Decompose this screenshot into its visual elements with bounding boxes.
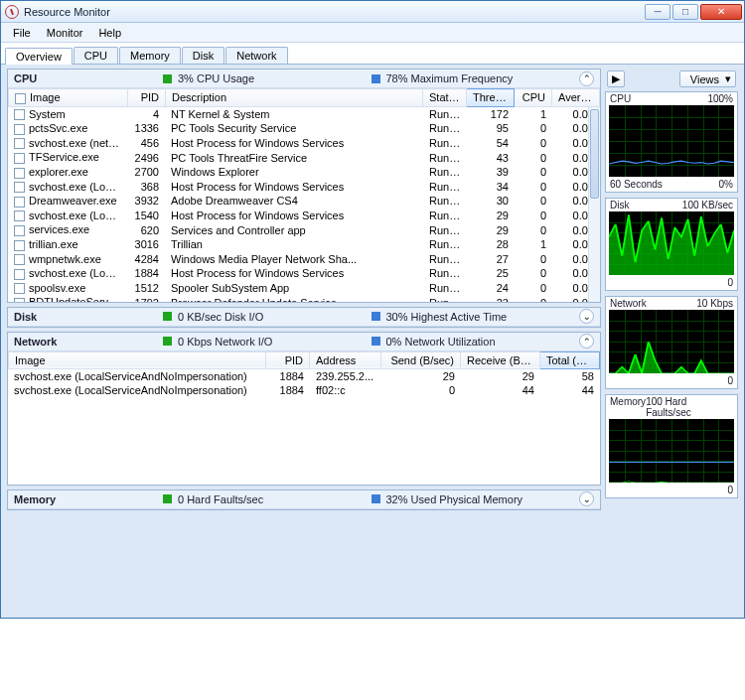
table-row[interactable]: BDTUpdateService.exe1792Browser Defender… — [8, 295, 600, 301]
menubar: File Monitor Help — [1, 23, 744, 43]
table-row[interactable]: explorer.exe2700Windows ExplorerRunni...… — [8, 165, 600, 180]
titlebar[interactable]: Resource Monitor ─ □ ✕ — [1, 1, 744, 23]
cpu-usage-icon — [163, 74, 172, 83]
chart-scale: 100% — [707, 93, 733, 104]
cpu-scrollbar[interactable] — [588, 107, 600, 302]
content-area: CPU 3% CPU Usage 78% Maximum Frequency ⌃… — [1, 65, 744, 618]
row-checkbox[interactable] — [14, 240, 25, 251]
row-checkbox[interactable] — [14, 298, 25, 302]
disk-panel-header[interactable]: Disk 0 KB/sec Disk I/O 30% Highest Activ… — [8, 308, 600, 327]
table-row[interactable]: System4NT Kernel & SystemRunni...17210.0… — [8, 107, 600, 122]
cpu-table-body: System4NT Kernel & SystemRunni...17210.0… — [8, 107, 600, 302]
table-row[interactable]: Dreamweaver.exe3932Adobe Dreamweaver CS4… — [8, 194, 600, 209]
tab-cpu[interactable]: CPU — [74, 47, 118, 64]
row-checkbox[interactable] — [14, 124, 25, 135]
col-status[interactable]: Status — [423, 89, 467, 107]
memory-panel-header[interactable]: Memory 0 Hard Faults/sec 32% Used Physic… — [8, 490, 600, 509]
col-pid[interactable]: PID — [128, 89, 166, 107]
col-cpu[interactable]: CPU — [515, 89, 552, 107]
table-row[interactable]: svchost.exe (LocalServiceAndNoImpersonat… — [8, 369, 600, 383]
table-row[interactable]: svchost.exe (netsvcs)456Host Process for… — [8, 136, 600, 151]
row-checkbox[interactable] — [14, 138, 25, 149]
chart-scale: 100 KB/sec — [682, 200, 733, 210]
window-frame: Resource Monitor ─ □ ✕ File Monitor Help… — [0, 0, 745, 619]
scrollbar-thumb[interactable] — [590, 109, 599, 199]
memory-used-icon — [372, 494, 380, 503]
row-checkbox[interactable] — [14, 283, 25, 294]
select-all-checkbox[interactable] — [15, 93, 26, 104]
chart-foot-right: 0 — [727, 375, 733, 386]
table-row[interactable]: svchost.exe (LocalServiceAn...1884Host P… — [8, 266, 600, 281]
table-row[interactable]: svchost.exe (LocalServiceAndNoImpersonat… — [8, 383, 600, 397]
cpu-table: Image PID Description Status Threads CPU… — [8, 88, 600, 107]
charts-container: CPU100% 60 Seconds0% Disk100 KB/sec 0 Ne… — [605, 91, 738, 498]
tab-network[interactable]: Network — [225, 47, 287, 64]
cpu-rows: System4NT Kernel & SystemRunni...17210.0… — [8, 107, 600, 302]
disk-chart: Disk100 KB/sec 0 — [605, 198, 738, 291]
cpu-panel-header[interactable]: CPU 3% CPU Usage 78% Maximum Frequency ⌃ — [8, 70, 600, 88]
row-checkbox[interactable] — [14, 168, 25, 179]
cpu-freq-icon — [372, 74, 380, 83]
hide-charts-button[interactable]: ▶ — [607, 70, 625, 87]
col-average[interactable]: Averag... — [552, 89, 600, 107]
row-checkbox[interactable] — [14, 109, 25, 120]
chart-area — [609, 419, 734, 483]
network-util-text: 0% Network Utilization — [386, 336, 496, 348]
table-row[interactable]: TFService.exe2496PC Tools ThreatFire Ser… — [8, 150, 600, 165]
disk-collapse-button[interactable]: ⌄ — [579, 309, 594, 324]
ncol-address[interactable]: Address — [310, 351, 381, 368]
chart-foot-right: 0% — [719, 179, 733, 190]
cpu-collapse-button[interactable]: ⌃ — [579, 71, 594, 86]
table-row[interactable]: pctsSvc.exe1336PC Tools Security Service… — [8, 121, 600, 136]
chart-area — [609, 310, 734, 373]
network-collapse-button[interactable]: ⌃ — [579, 334, 594, 349]
ncol-receive[interactable]: Receive (B/sec) — [461, 351, 540, 368]
close-button[interactable]: ✕ — [700, 4, 742, 20]
row-checkbox[interactable] — [14, 182, 25, 193]
ncol-image[interactable]: Image — [9, 351, 266, 368]
table-row[interactable]: services.exe620Services and Controller a… — [8, 222, 600, 237]
col-description[interactable]: Description — [166, 89, 423, 107]
ncol-send[interactable]: Send (B/sec) — [381, 351, 461, 368]
col-image[interactable]: Image — [9, 89, 128, 107]
network-io-icon — [163, 337, 172, 346]
row-checkbox[interactable] — [14, 225, 25, 236]
chart-area — [609, 211, 734, 275]
memory-used-text: 32% Used Physical Memory — [386, 493, 523, 505]
network-rows: svchost.exe (LocalServiceAndNoImpersonat… — [8, 369, 600, 397]
tab-memory[interactable]: Memory — [119, 47, 181, 64]
table-row[interactable]: svchost.exe (LocalServiceNo...1540Host P… — [8, 209, 600, 223]
menu-monitor[interactable]: Monitor — [39, 25, 91, 41]
row-checkbox[interactable] — [14, 269, 25, 280]
chevron-down-icon: ▾ — [725, 72, 731, 85]
row-checkbox[interactable] — [14, 254, 25, 265]
network-panel: Network 0 Kbps Network I/O 0% Network Ut… — [7, 332, 601, 486]
menu-file[interactable]: File — [5, 25, 39, 41]
views-button[interactable]: Views▾ — [679, 70, 736, 87]
col-threads[interactable]: Threads — [467, 89, 515, 107]
ncol-total[interactable]: Total (B/sec) — [540, 351, 600, 368]
tab-disk[interactable]: Disk — [182, 47, 224, 64]
row-checkbox[interactable] — [14, 210, 25, 221]
network-panel-header[interactable]: Network 0 Kbps Network I/O 0% Network Ut… — [8, 333, 600, 351]
right-column: ▶ Views▾ CPU100% 60 Seconds0% Disk100 KB… — [605, 65, 744, 618]
table-row[interactable]: wmpnetwk.exe4284Windows Media Player Net… — [8, 252, 600, 267]
chart-foot-right: 0 — [727, 485, 733, 495]
menu-help[interactable]: Help — [90, 25, 129, 41]
network-chart: Network10 Kbps 0 — [605, 296, 738, 389]
network-table-body: svchost.exe (LocalServiceAndNoImpersonat… — [8, 369, 600, 485]
tab-overview[interactable]: Overview — [5, 48, 73, 65]
network-panel-title: Network — [14, 336, 163, 348]
row-checkbox[interactable] — [14, 197, 25, 208]
table-row[interactable]: trillian.exe3016TrillianRunni...2810.05 — [8, 237, 600, 252]
maximize-button[interactable]: □ — [672, 4, 698, 20]
left-column: CPU 3% CPU Usage 78% Maximum Frequency ⌃… — [1, 65, 605, 618]
cpu-panel-title: CPU — [14, 72, 163, 84]
minimize-button[interactable]: ─ — [645, 4, 670, 20]
memory-collapse-button[interactable]: ⌄ — [579, 491, 594, 506]
table-row[interactable]: svchost.exe (LocalSystemNet...368Host Pr… — [8, 180, 600, 195]
row-checkbox[interactable] — [14, 153, 25, 164]
table-row[interactable]: spoolsv.exe1512Spooler SubSystem AppRunn… — [8, 281, 600, 296]
ncol-pid[interactable]: PID — [266, 351, 310, 368]
disk-panel: Disk 0 KB/sec Disk I/O 30% Highest Activ… — [7, 307, 601, 328]
